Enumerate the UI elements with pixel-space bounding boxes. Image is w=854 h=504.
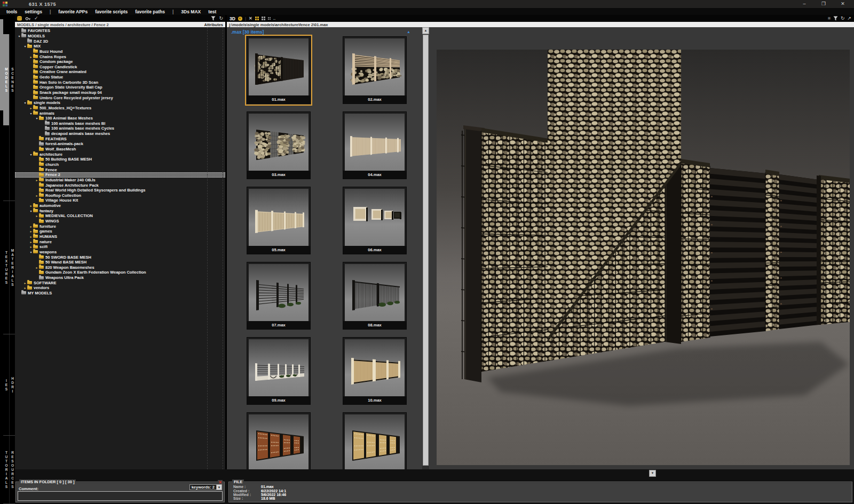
minimize-button[interactable]: – (795, 0, 813, 8)
scrollbar-thumb[interactable] (423, 35, 429, 466)
chevron-right-icon[interactable]: ▸ (29, 55, 33, 59)
comment-input[interactable] (18, 491, 223, 501)
thumbnail[interactable]: 07.max (247, 262, 311, 330)
key-icon[interactable] (25, 16, 31, 21)
tab-resources[interactable]: RESOURCES (9, 436, 15, 503)
tree-item[interactable]: 50 SWORD BASE MESH (15, 254, 225, 260)
tree-item[interactable]: ▾weapons (15, 250, 225, 255)
tree-item[interactable]: 100 animals base meshes Cycles (15, 126, 225, 131)
file-group-header[interactable]: .max [30 items] (231, 29, 264, 35)
tree-item[interactable]: ▾fantazy (15, 208, 225, 213)
tree-item[interactable]: Real World High Detailed Skyscrapers and… (15, 188, 225, 193)
chevron-right-icon[interactable]: ▸ (35, 266, 39, 269)
tab-scenes[interactable]: SCENES (9, 34, 15, 201)
tab-tutorials[interactable]: TUTORIALS (3, 436, 9, 503)
chevron-right-icon[interactable]: ▸ (29, 235, 33, 238)
tree-item[interactable]: 100 animals base meshes Bl (15, 121, 225, 126)
tree-item[interactable]: Gundam Zeon X Earth Federation Weapon Co… (15, 270, 225, 275)
tree-item[interactable]: ▸games (15, 229, 225, 234)
tree-item[interactable]: ▸MEDIEVAL COLLECTION (15, 213, 225, 219)
tree-item[interactable]: ▾MODELS (15, 34, 225, 39)
tree-item[interactable]: church (15, 162, 225, 167)
restore-button[interactable]: ❐ (815, 0, 833, 8)
browser-mode-icon[interactable] (238, 17, 242, 21)
keywords-dropdown-arrow[interactable]: ▼ (217, 484, 222, 490)
tree-item[interactable]: Umbro Core Recycled polyester jersey (15, 95, 225, 100)
tree-item[interactable]: ▸automotive (15, 203, 225, 209)
menu-item-favorite-apps[interactable]: favorite APPs (58, 9, 88, 14)
breadcrumb[interactable]: MODELS / single models / architecture / … (17, 22, 204, 27)
chevron-down-icon[interactable]: ▾ (35, 116, 39, 120)
tree-item[interactable]: ▸SOFTWARE (15, 280, 225, 285)
tree-item[interactable]: WINGS (15, 219, 225, 224)
thumbnail[interactable] (343, 412, 407, 469)
tab-ies[interactable]: IES (3, 334, 9, 435)
tree-item[interactable]: Snack package small mockup 04 (15, 90, 225, 95)
keywords-dropdown[interactable]: keywords: 2 (189, 484, 217, 490)
tree-item[interactable]: Weapons Ultra Pack (15, 275, 225, 281)
chevron-down-icon[interactable]: ▾ (23, 44, 27, 48)
tree-item[interactable]: ▸Chains Ropes (15, 54, 225, 59)
tree-item-selected[interactable]: Fence 2 (15, 172, 225, 178)
thumbnail[interactable]: 08.max (343, 262, 407, 330)
check-icon[interactable]: ✓ (34, 16, 38, 21)
chevron-right-icon[interactable]: ▸ (35, 214, 39, 218)
refresh-icon[interactable]: ↻ (841, 16, 845, 21)
tree-item[interactable]: Buzz Hound (15, 49, 225, 54)
menu-item-favorite-paths[interactable]: favorite paths (135, 9, 165, 14)
sort-icon[interactable]: ≡ (828, 16, 831, 21)
tab-textures[interactable]: TEXTURES (3, 201, 9, 334)
chevron-right-icon[interactable]: ▸ (23, 281, 27, 285)
thumbnail-scrollbar[interactable]: ▲ (422, 27, 429, 469)
thumbnail[interactable]: 02.max (343, 36, 407, 104)
path-bar[interactable]: j:\models\single models\architecture\fen… (227, 22, 854, 27)
mode-3d-label[interactable]: 3D (230, 16, 235, 21)
chevron-right-icon[interactable]: ▸ (35, 178, 39, 182)
menu-item-3ds-max[interactable]: 3Ds MAX (181, 9, 201, 14)
thumbnail[interactable]: 03.max (247, 111, 311, 179)
close-view-icon[interactable]: ✕ (249, 16, 252, 21)
menu-item-favorite-scripts[interactable]: favorite scripts (95, 9, 128, 14)
expand-icon[interactable]: ↗ (847, 16, 851, 21)
chevron-down-icon[interactable]: ▾ (29, 153, 33, 156)
tree-item[interactable]: ▾MIX (15, 44, 225, 49)
tree-item[interactable]: ▸vendors (15, 285, 225, 291)
chevron-down-icon[interactable]: ▾ (29, 209, 33, 213)
tree-item[interactable]: Wolf_BaseMesh (15, 147, 225, 152)
tab-models[interactable]: MODELS (3, 34, 9, 201)
database-icon[interactable] (17, 16, 22, 21)
tree-item[interactable]: ▸scifi (15, 244, 225, 250)
tree-item[interactable]: forest-animals-pack (15, 141, 225, 147)
scroll-up-button[interactable]: ▲ (422, 27, 429, 34)
tab-materials[interactable]: MATERIALS (9, 201, 15, 334)
tree-item[interactable]: 50 Building BASE MESH (15, 157, 225, 162)
menu-item-tools[interactable]: tools (6, 9, 17, 14)
tree-item[interactable]: ▸Rooftop Collection (15, 193, 225, 198)
tree-item[interactable]: ▾100 Animal Base Meshes (15, 116, 225, 121)
tree-item[interactable]: DAZ 3D (15, 38, 225, 44)
small-thumbnails-icon[interactable] (268, 17, 271, 20)
tree-item[interactable]: Fence (15, 167, 225, 172)
thumbnail[interactable]: 06.max (343, 187, 407, 254)
tab-hdri[interactable]: HDRI (9, 334, 15, 435)
menu-item-settings[interactable]: settings (25, 9, 42, 14)
chevron-right-icon[interactable]: ▸ (29, 225, 33, 228)
menu-item-test[interactable]: test (208, 9, 216, 14)
filter-icon[interactable] (211, 16, 216, 21)
refresh-icon[interactable]: ↻ (219, 16, 223, 21)
chevron-down-icon[interactable]: ▾ (17, 34, 21, 38)
tree-item[interactable]: Han Solo in Carbonite 3D Scan (15, 79, 225, 85)
tree-item[interactable]: FAVORITES (15, 28, 225, 34)
chevron-right-icon[interactable]: ▸ (29, 229, 33, 233)
tree-item[interactable]: Condom package (15, 59, 225, 65)
chevron-right-icon[interactable]: ▸ (23, 286, 27, 290)
tree-item[interactable]: MY MODELS (15, 291, 225, 296)
tree-item[interactable]: Creative Crane animated (15, 69, 225, 75)
thumbnail[interactable]: 09.max (247, 337, 311, 405)
tree-item[interactable]: ▸Industrial Maker 240 OBJs (15, 178, 225, 183)
scroll-down-button[interactable]: ▼ (649, 470, 656, 477)
chevron-down-icon[interactable]: ▾ (29, 250, 33, 254)
tree-item[interactable]: 50 Wand BASE MESH (15, 260, 225, 265)
tree-item[interactable]: ▸nature (15, 239, 225, 244)
chevron-right-icon[interactable]: ▸ (35, 194, 39, 197)
